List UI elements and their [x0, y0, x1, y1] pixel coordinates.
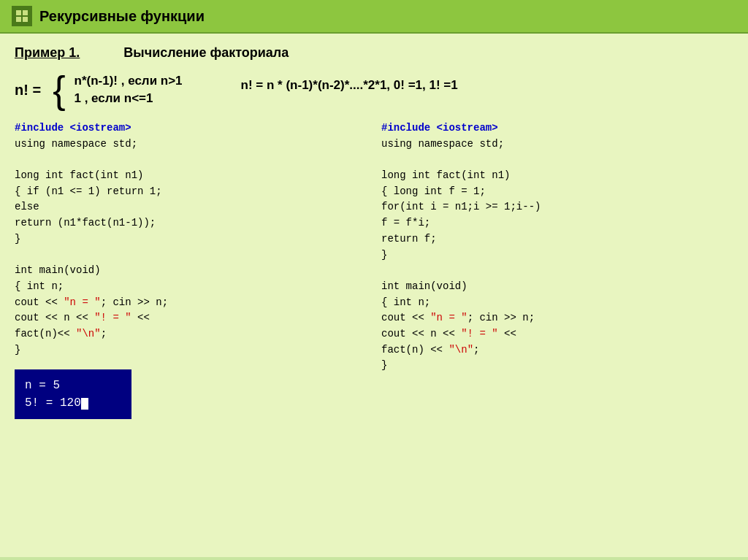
- code-right-line2: using namespace std;: [381, 137, 733, 153]
- code-right-line8: return f;: [381, 231, 733, 248]
- formula-case2: 1 , если n<=1: [75, 91, 183, 106]
- formula-lhs: n! =: [15, 82, 41, 99]
- code-left-line15: }: [15, 342, 367, 358]
- code-right-line15: fact(n) << "\n";: [381, 342, 733, 358]
- header: Рекурсивные функции: [0, 0, 748, 34]
- code-right-line13: cout << "n = "; cin >> n;: [381, 310, 733, 326]
- code-left-line3: [15, 152, 367, 168]
- code-right-line12: { int n;: [381, 295, 733, 311]
- code-left-line14: fact(n)<< "\n";: [15, 326, 367, 342]
- code-right-line6: for(int i = n1;i >= 1;i--): [381, 199, 733, 215]
- code-left-line9: [15, 248, 367, 264]
- code-right-line1: #include <iostream>: [381, 120, 733, 137]
- code-left-line5: { if (n1 <= 1) return 1;: [15, 184, 367, 200]
- code-left-line13: cout << n << "! = " <<: [15, 310, 367, 326]
- formula-brace: {: [53, 71, 65, 109]
- code-right-line7: f = f*i;: [381, 215, 733, 231]
- svg-rect-0: [16, 10, 21, 15]
- code-left-line7: return (n1*fact(n1-1));: [15, 215, 367, 231]
- code-left-line10: int main(void): [15, 263, 367, 279]
- main-content: Пример 1. Вычисление факториала n! = { n…: [0, 34, 748, 557]
- code-left-line2: using namespace std;: [15, 137, 367, 153]
- code-right-line11: int main(void): [381, 279, 733, 295]
- code-right-line3: [381, 152, 733, 168]
- formula-section: n! = { n*(n-1)! , если n>1 1 , если n<=1…: [15, 71, 733, 109]
- code-right-line4: long int fact(int n1): [381, 168, 733, 184]
- code-right-line16: }: [381, 358, 733, 374]
- code-left: #include <iostream> using namespace std;…: [15, 120, 367, 419]
- svg-rect-1: [23, 10, 28, 15]
- code-left-line1: #include <iostream>: [15, 120, 367, 137]
- formula-case1: n*(n-1)! , если n>1: [75, 74, 183, 88]
- code-left-line8: }: [15, 231, 367, 248]
- example-label: Пример 1.: [15, 45, 80, 61]
- code-left-line4: long int fact(int n1): [15, 168, 367, 184]
- svg-rect-3: [23, 17, 28, 22]
- code-right-line14: cout << n << "! = " <<: [381, 326, 733, 342]
- terminal-line2: 5! = 120: [25, 394, 121, 412]
- formula-rhs: n! = n * (n-1)*(n-2)*....*2*1, 0! =1, 1!…: [241, 78, 458, 93]
- two-columns: #include <iostream> using namespace std;…: [15, 120, 733, 419]
- formula-left: n! = { n*(n-1)! , если n>1 1 , если n<=1: [15, 71, 183, 109]
- header-title: Рекурсивные функции: [39, 8, 205, 25]
- code-right-line9: }: [381, 248, 733, 264]
- terminal-box: n = 5 5! = 120: [15, 369, 131, 419]
- code-left-line6: else: [15, 199, 367, 215]
- terminal-line1: n = 5: [25, 377, 121, 394]
- formula-cases: n*(n-1)! , если n>1 1 , если n<=1: [75, 74, 183, 106]
- code-right: #include <iostream> using namespace std;…: [381, 120, 733, 419]
- terminal-cursor: [81, 398, 88, 410]
- code-left-line11: { int n;: [15, 279, 367, 295]
- code-right-line5: { long int f = 1;: [381, 184, 733, 200]
- terminal-container: n = 5 5! = 120: [15, 364, 367, 419]
- example-header: Пример 1. Вычисление факториала: [15, 45, 733, 61]
- svg-rect-2: [16, 17, 21, 22]
- example-title: Вычисление факториала: [123, 45, 289, 61]
- code-right-line10: [381, 263, 733, 279]
- header-icon: [12, 6, 32, 26]
- code-left-line12: cout << "n = "; cin >> n;: [15, 295, 367, 311]
